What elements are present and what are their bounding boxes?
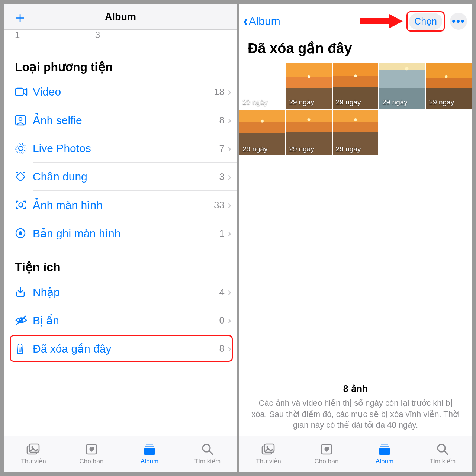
list-item-count: 3: [219, 171, 225, 183]
photo-thumb[interactable]: 29 ngày: [426, 63, 472, 109]
photo-thumb[interactable]: 29 ngày: [239, 110, 285, 155]
photo-thumb[interactable]: 29 ngày: [333, 110, 378, 155]
list-item-video[interactable]: Video 18 ›: [4, 78, 237, 106]
tab-album[interactable]: Album: [356, 436, 414, 472]
album-scroll[interactable]: 1 3 Loại phương tiện Video 18 › Ảnh self…: [4, 30, 237, 436]
list-item-import[interactable]: Nhập 4 ›: [4, 278, 237, 306]
list-item-hidden[interactable]: Bị ẩn 0 ›: [4, 306, 237, 334]
svg-point-15: [31, 446, 33, 448]
days-remaining: 29 ngày: [336, 145, 361, 153]
portrait-icon: [15, 171, 33, 182]
svg-point-5: [16, 143, 26, 154]
list-item-portrait[interactable]: Chân dung 3 ›: [4, 163, 237, 191]
album-row-counts: 1 3: [4, 30, 237, 47]
svg-point-8: [19, 231, 22, 235]
days-remaining: 29 ngày: [382, 98, 408, 106]
list-item-count: 8: [219, 343, 225, 354]
tab-label: Album: [376, 458, 393, 465]
svg-point-2: [19, 118, 22, 120]
list-item-trash[interactable]: Đã xóa gần đây 8 ›: [4, 334, 237, 363]
photo-thumb[interactable]: 29 ngày: [379, 63, 425, 109]
svg-line-21: [209, 451, 213, 454]
list-item-count: 8: [219, 115, 225, 126]
tab-icon: [26, 443, 41, 456]
svg-line-11: [19, 347, 19, 352]
back-label: Album: [249, 15, 280, 28]
trash-icon: [15, 342, 33, 354]
list-item-screenshot[interactable]: Ảnh màn hình 33 ›: [4, 191, 237, 219]
chevron-right-icon: ›: [228, 199, 231, 211]
svg-point-6: [19, 203, 23, 207]
more-button[interactable]: •••: [450, 13, 467, 30]
svg-rect-18: [145, 446, 154, 447]
tab-label: Thư viện: [256, 457, 281, 465]
tab-cho-bạn[interactable]: Cho bạn: [298, 436, 356, 472]
svg-point-26: [266, 446, 268, 448]
tab-bar: Thư viện Cho bạn Album Tìm kiếm: [239, 436, 472, 472]
list-item-livephotos[interactable]: Live Photos 7 ›: [4, 134, 237, 163]
tab-label: Album: [141, 458, 158, 465]
chevron-right-icon: ›: [228, 86, 231, 98]
left-screen: ＋ Album 1 3 Loại phương tiện Video 18 › …: [4, 4, 237, 472]
list-item-label: Live Photos: [33, 142, 219, 155]
days-remaining: 29 ngày: [336, 98, 361, 106]
days-remaining: 29 ngày: [242, 98, 268, 106]
list-item-label: Ảnh màn hình: [33, 199, 214, 212]
list-item-label: Bị ẩn: [33, 314, 219, 327]
days-remaining: 29 ngày: [289, 145, 314, 153]
tab-album[interactable]: Album: [120, 436, 178, 472]
tab-icon: [377, 443, 392, 456]
selfie-icon: [15, 115, 33, 126]
list-item-selfie[interactable]: Ảnh selfie 8 ›: [4, 106, 237, 134]
list-item-count: 1: [219, 228, 225, 239]
photo-grid: 29 ngày 29 ngày 29 ngày 29 ngày 29 ngày …: [239, 63, 472, 155]
video-icon: [15, 87, 33, 97]
footer-note: 8 ảnh Các ảnh và video hiển thị số ngày …: [239, 383, 472, 436]
photo-thumb[interactable]: 29 ngày: [239, 63, 285, 109]
hidden-icon: [15, 315, 33, 325]
nav-title: Album: [105, 11, 136, 23]
tab-label: Thư viện: [21, 457, 46, 465]
select-button[interactable]: Chọn: [409, 13, 442, 30]
chevron-right-icon: ›: [228, 114, 231, 126]
photo-thumb[interactable]: 29 ngày: [333, 63, 378, 109]
chevron-left-icon: ‹: [243, 13, 248, 29]
svg-line-12: [21, 347, 21, 352]
svg-marker-23: [389, 14, 403, 28]
section-utilities: Tiện ích: [4, 247, 237, 278]
list-item-label: Ảnh selfie: [33, 114, 219, 127]
tab-icon: [261, 443, 276, 456]
right-screen: ‹ Album Chọn ••• Đã xóa gần đây 29 ngày …: [239, 4, 472, 472]
tab-icon: [200, 443, 215, 456]
tab-tìm-kiếm[interactable]: Tìm kiếm: [178, 436, 237, 472]
list-item-label: Nhập: [33, 286, 219, 299]
navbar: ＋ Album: [4, 4, 237, 30]
photo-thumb[interactable]: 29 ngày: [286, 63, 331, 109]
svg-point-4: [17, 144, 25, 152]
svg-rect-29: [380, 446, 389, 447]
chevron-right-icon: ›: [228, 142, 231, 155]
ellipsis-icon: •••: [452, 15, 465, 27]
list-item-screenrec[interactable]: Bản ghi màn hình 1 ›: [4, 219, 237, 247]
tab-tìm-kiếm[interactable]: Tìm kiếm: [414, 436, 472, 472]
list-item-count: 4: [219, 286, 225, 298]
import-icon: [15, 286, 33, 298]
chevron-right-icon: ›: [228, 170, 231, 183]
days-remaining: 29 ngày: [429, 98, 454, 106]
tab-thư-viện[interactable]: Thư viện: [4, 436, 62, 472]
list-item-label: Bản ghi màn hình: [33, 227, 219, 240]
list-item-count: 0: [219, 315, 225, 326]
svg-rect-30: [381, 444, 388, 445]
screenshot-icon: [15, 200, 33, 210]
photo-thumb[interactable]: 29 ngày: [286, 110, 331, 155]
tab-cho-bạn[interactable]: Cho bạn: [62, 436, 120, 472]
tab-icon: [142, 443, 157, 456]
list-item-label: Video: [33, 86, 214, 98]
svg-rect-19: [146, 444, 153, 445]
add-button[interactable]: ＋: [13, 10, 28, 25]
page-title: Đã xóa gần đây: [239, 38, 472, 63]
tab-icon: [435, 443, 450, 456]
tab-thư-viện[interactable]: Thư viện: [239, 436, 298, 472]
list-item-count: 33: [214, 199, 225, 211]
back-button[interactable]: ‹ Album: [243, 13, 280, 29]
